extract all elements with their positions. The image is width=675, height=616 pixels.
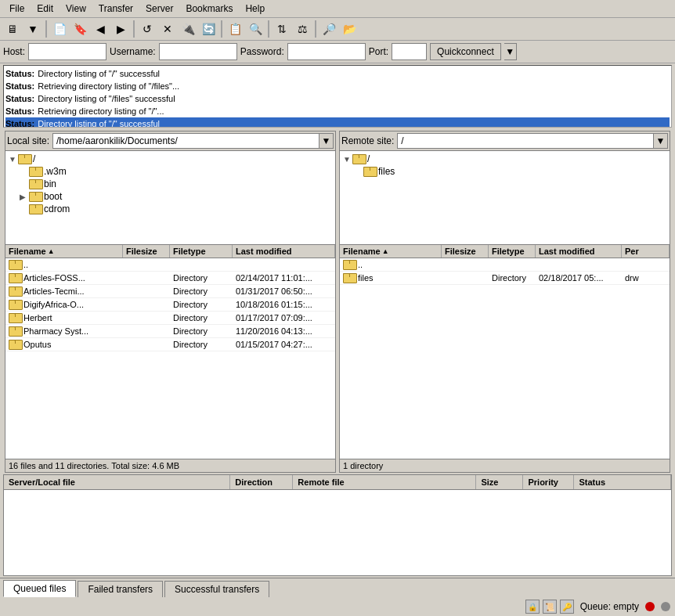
remote-site-input[interactable] (397, 133, 654, 149)
table-row[interactable]: Herbert Directory 01/17/2017 07:09:... (5, 312, 335, 325)
remote-col-filetype[interactable]: Filetype (489, 245, 536, 258)
status-label-0: Status: (5, 69, 34, 78)
host-label: Host: (3, 46, 25, 57)
quickconnect-dropdown[interactable]: ▼ (504, 43, 517, 60)
find-files-button[interactable]: 📂 (340, 20, 359, 38)
remote-tree: ▼ / files (340, 151, 670, 245)
menu-view[interactable]: View (60, 2, 92, 16)
tree-label-root: / (33, 153, 35, 164)
folder-icon-bin (29, 178, 42, 189)
local-col-filesize[interactable]: Filesize (123, 245, 170, 258)
table-row[interactable]: .. (5, 258, 335, 272)
bookmark-button[interactable]: 🔖 (70, 20, 89, 38)
site-manager-dropdown[interactable]: ▼ (23, 20, 42, 38)
abort-button[interactable]: ✕ (158, 20, 177, 38)
refresh-button[interactable]: ↺ (138, 20, 157, 38)
site-manager-button[interactable]: 🖥 (3, 20, 22, 38)
tree-item-bin[interactable]: bin (7, 178, 334, 190)
quickconnect-button[interactable]: Quickconnect (430, 43, 501, 60)
password-input[interactable] (287, 43, 366, 60)
folder-icon-boot (29, 191, 42, 202)
filter-button[interactable]: 🔍 (246, 20, 265, 38)
stop-button-gray[interactable] (661, 602, 670, 611)
file-modified-5-local: 11/20/2016 04:13:... (233, 326, 335, 336)
local-col-filename[interactable]: Filename ▲ (5, 245, 123, 258)
queue-col-server: Server/Local file (4, 475, 230, 489)
stop-button-red[interactable] (645, 602, 655, 611)
menu-transfer[interactable]: Transfer (92, 2, 139, 16)
tree-item-w3m[interactable]: .w3m (7, 165, 334, 178)
toolbar-separator-2 (133, 20, 135, 38)
tab-successful-transfers[interactable]: Successful transfers (164, 581, 269, 597)
queue-col-direction: Direction (230, 475, 293, 489)
tree-arrow-bin (20, 180, 29, 189)
file-modified-3-local: 10/18/2016 01:15:... (233, 300, 335, 309)
username-input[interactable] (159, 43, 237, 60)
host-input[interactable] (28, 43, 106, 60)
remote-col-lastmodified[interactable]: Last modified (536, 245, 622, 258)
file-name-4-local: Herbert (23, 313, 52, 322)
file-name-3-local: DigifyAfrica-O... (23, 300, 84, 309)
local-col-filetype[interactable]: Filetype (170, 245, 233, 258)
forward-button[interactable]: ▶ (111, 20, 130, 38)
remote-tree-item-root[interactable]: ▼ / (341, 153, 668, 165)
file-modified-2-local: 01/31/2017 06:50:... (233, 286, 335, 296)
local-site-input[interactable] (52, 133, 319, 149)
table-row[interactable]: Oputus Directory 01/15/2017 04:27:... (5, 338, 335, 351)
remote-col-perms[interactable]: Per (622, 245, 670, 258)
table-row[interactable]: .. (340, 258, 670, 272)
cert-icon: 📜 (543, 600, 557, 614)
compare-button[interactable]: ⚖ (293, 20, 312, 38)
table-row[interactable]: files Directory 02/18/2017 05:... drw (340, 272, 670, 285)
file-name-up-local: .. (23, 260, 28, 269)
remote-folder-icon-root (352, 153, 365, 164)
table-row[interactable]: DigifyAfrica-O... Directory 10/18/2016 0… (5, 298, 335, 312)
tree-item-cdrom[interactable]: cdrom (7, 203, 334, 215)
back-button[interactable]: ◀ (91, 20, 110, 38)
toolbar-separator-3 (221, 20, 222, 38)
bottom-status-row: 🔒 📜 🔑 Queue: empty (0, 597, 675, 616)
queue-header: Server/Local file Direction Remote file … (4, 475, 671, 490)
show-log-button[interactable]: 📋 (226, 20, 244, 38)
disconnect-button[interactable]: 🔌 (179, 20, 197, 38)
local-site-dropdown[interactable]: ▼ (319, 133, 334, 149)
file-icon-3-local (9, 299, 21, 310)
queue-section: Server/Local file Direction Remote file … (3, 474, 672, 576)
file-icon-1-remote (343, 272, 356, 283)
local-site-label: Local site: (7, 135, 49, 146)
remote-col-filesize[interactable]: Filesize (442, 245, 489, 258)
remote-folder-icon-files (363, 166, 376, 177)
menu-server[interactable]: Server (139, 2, 179, 16)
queue-col-priority: Priority (523, 475, 574, 489)
menu-help[interactable]: Help (239, 2, 271, 16)
remote-tree-item-files[interactable]: files (341, 165, 668, 178)
file-name-up-remote: .. (358, 260, 363, 269)
local-col-lastmodified[interactable]: Last modified (233, 245, 335, 258)
reconnect-button[interactable]: 🔄 (199, 20, 218, 38)
open-local-button[interactable]: 📄 (50, 20, 69, 38)
sync-button[interactable]: ⇅ (273, 20, 291, 38)
toolbar: 🖥 ▼ 📄 🔖 ◀ ▶ ↺ ✕ 🔌 🔄 📋 🔍 ⇅ ⚖ 🔎 📂 (0, 18, 675, 41)
status-log: Status:Directory listing of "/" successf… (3, 65, 672, 128)
table-row[interactable]: Articles-Tecmi... Directory 01/31/2017 0… (5, 285, 335, 298)
remote-file-list-body: .. files Directory 02/18/2017 05:... dr (340, 258, 670, 459)
tree-item-boot[interactable]: ▶ boot (7, 190, 334, 203)
tabs-row: Queued files Failed transfers Successful… (0, 578, 675, 597)
menu-file[interactable]: File (3, 2, 31, 16)
remote-tree-label-root: / (367, 153, 370, 164)
local-file-list-body: .. Articles-FOSS... Directory 02/14/2017… (5, 258, 335, 459)
tab-failed-transfers[interactable]: Failed transfers (78, 581, 163, 597)
tree-item-root[interactable]: ▼ / (7, 153, 334, 165)
port-input[interactable] (392, 43, 427, 60)
remote-col-filename[interactable]: Filename ▲ (340, 245, 442, 258)
search-remote-button[interactable]: 🔎 (319, 20, 338, 38)
table-row[interactable]: Articles-FOSS... Directory 02/14/2017 11… (5, 272, 335, 285)
menu-bookmarks[interactable]: Bookmarks (179, 2, 239, 16)
remote-site-dropdown[interactable]: ▼ (654, 133, 668, 149)
file-name-2-local: Articles-Tecmi... (23, 286, 85, 296)
remote-tree-label-files: files (378, 166, 395, 177)
queue-status-text: Queue: empty (580, 601, 639, 612)
table-row[interactable]: Pharmacy Syst... Directory 11/20/2016 04… (5, 325, 335, 338)
menu-edit[interactable]: Edit (31, 2, 60, 16)
tab-queued-files[interactable]: Queued files (3, 580, 76, 597)
